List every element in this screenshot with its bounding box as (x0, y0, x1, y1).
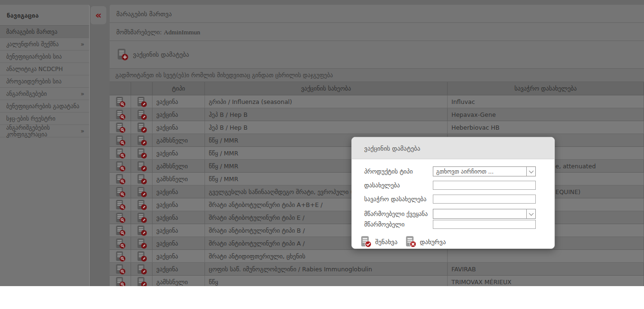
sidebar-item-7[interactable]: სჯც-ების რეესტრი (0, 113, 89, 125)
save-button[interactable]: შენახვა (359, 235, 398, 249)
view-cell (110, 198, 131, 211)
document-search-icon[interactable] (113, 122, 127, 133)
trade-cell (448, 250, 644, 262)
document-search-icon[interactable] (113, 134, 127, 146)
document-edit-icon[interactable] (135, 160, 148, 172)
user-value: AdminImmun (164, 29, 200, 36)
expand-chevrons-icon: » (81, 41, 84, 48)
modal-actions: შენახვა დახურვა (352, 235, 554, 249)
header-cell-type[interactable]: ტიპი (153, 82, 205, 95)
dropdown-button[interactable] (526, 209, 535, 218)
page-title: მარაგების მართვა (110, 5, 644, 23)
header-cell-trade[interactable]: სავაჭრო დასახელება (448, 82, 644, 95)
type-cell: ვაქცინა (153, 95, 205, 108)
sidebar-item-6[interactable]: ბენეფიციარების გადატანა (0, 100, 89, 113)
document-search-icon[interactable] (113, 212, 127, 223)
manufacturer-field[interactable] (433, 220, 536, 229)
add-vaccine-button[interactable]: ვაქცინის დამატება (116, 48, 189, 62)
sidebar: ნავიგაცია მარაგების მართვაკალენდრის შექმ… (0, 5, 90, 286)
type-cell: ვაქცინა (153, 250, 205, 262)
header-cell-edit (131, 82, 153, 95)
sidebar-item-0[interactable]: მარაგების მართვა (0, 26, 89, 38)
view-cell (110, 134, 131, 146)
edit-cell (131, 211, 153, 224)
field-row-trade-name: სავაჭრო დასახელება (364, 195, 554, 204)
sidebar-item-label: ანალიტიკა NCDCPH (6, 66, 63, 72)
document-search-icon[interactable] (113, 276, 127, 286)
document-edit-icon[interactable] (135, 199, 148, 210)
document-search-icon[interactable] (113, 96, 127, 107)
document-edit-icon[interactable] (135, 122, 148, 133)
document-search-icon[interactable] (113, 199, 127, 210)
document-edit-icon[interactable] (135, 147, 148, 159)
document-search-icon[interactable] (113, 160, 127, 172)
document-search-icon[interactable] (113, 147, 127, 159)
trade-name-field[interactable] (433, 195, 536, 204)
manufacturer-country-label: მწარმოებელი ქვეყანა (364, 210, 433, 217)
header-cell-species[interactable]: ვაქცინის სახეობა (205, 82, 448, 95)
view-cell (110, 211, 131, 224)
product-type-select[interactable]: გთხოვთ აირჩიოთ ... (433, 166, 536, 176)
document-edit-icon[interactable] (135, 109, 148, 120)
view-cell (110, 108, 131, 121)
document-search-icon[interactable] (113, 173, 127, 185)
name-label: დასახელება (364, 182, 433, 189)
document-edit-icon[interactable] (135, 186, 148, 197)
document-plus-icon (116, 48, 129, 62)
sidebar-item-5[interactable]: ანგარიშგებები» (0, 88, 89, 100)
table-row: გამხსნელი წწყ TRIMOVAX MÉRIEUX (110, 276, 644, 286)
type-cell: ვაქცინა (153, 198, 205, 211)
edit-cell (131, 185, 153, 198)
product-type-selected-value: გთხოვთ აირჩიოთ ... (433, 167, 526, 176)
user-info: მომხმარებელი:AdminImmun (110, 23, 644, 41)
document-search-icon[interactable] (113, 250, 127, 262)
document-search-icon[interactable] (113, 186, 127, 197)
toolbar: ვაქცინის დამატება (110, 41, 644, 69)
document-search-icon[interactable] (113, 237, 127, 249)
dropdown-button[interactable] (526, 167, 535, 176)
view-cell (110, 263, 131, 275)
document-x-icon (404, 235, 417, 249)
sidebar-item-1[interactable]: კალენდრის შექმნა» (0, 38, 89, 51)
sidebar-item-4[interactable]: პროვაიდერების სია (0, 75, 89, 88)
document-search-icon[interactable] (113, 225, 127, 236)
document-search-icon[interactable] (113, 263, 127, 275)
sidebar-item-label: ანგარიშგებები (6, 91, 47, 97)
sidebar-item-3[interactable]: ანალიტიკა NCDCPH (0, 63, 89, 75)
close-button-label: დახურვა (420, 238, 446, 246)
close-button[interactable]: დახურვა (404, 235, 446, 249)
view-cell (110, 224, 131, 237)
sidebar-collapse-button[interactable]: « (91, 6, 106, 24)
manufacturer-label: მწარმოებელი (364, 221, 433, 228)
type-cell: ვაქცინა (153, 263, 205, 275)
species-cell: ჰეპ B / Hep B (205, 121, 448, 134)
name-field[interactable] (433, 181, 536, 190)
species-cell: ჰეპ B / Hep B (205, 108, 448, 121)
document-edit-icon[interactable] (135, 250, 148, 262)
view-cell (110, 121, 131, 134)
document-edit-icon[interactable] (135, 263, 148, 275)
modal-form: პროდუქტის ტიპი გთხოვთ აირჩიოთ ... დასახე… (352, 159, 554, 229)
sidebar-item-8[interactable]: ანგარიშგებების კონფიგურაცია» (0, 125, 89, 137)
add-vaccine-modal: ვაქცინის დამატება პროდუქტის ტიპი გთხოვთ … (351, 137, 555, 249)
document-edit-icon[interactable] (135, 225, 148, 236)
trade-cell: Influvac (448, 95, 644, 108)
manufacturer-country-select[interactable] (433, 209, 536, 219)
edit-cell (131, 121, 153, 134)
type-cell: გამხსნელი (153, 173, 205, 185)
group-by-hint[interactable]: გადმოიტანეთ ის სვეტ(ებ)ი რომლის მიხედვით… (110, 69, 644, 82)
field-row-product-type: პროდუქტის ტიპი გთხოვთ აირჩიოთ ... (364, 166, 554, 176)
document-edit-icon[interactable] (135, 96, 148, 107)
type-cell: ვაქცინა (153, 185, 205, 198)
type-cell: ვაქცინა (153, 224, 205, 237)
header-cell-view (110, 82, 131, 95)
document-edit-icon[interactable] (135, 276, 148, 286)
trade-cell: TRIMOVAX MÉRIEUX (448, 276, 644, 286)
document-edit-icon[interactable] (135, 134, 148, 146)
chevron-down-icon (529, 168, 533, 173)
document-edit-icon[interactable] (135, 173, 148, 185)
document-edit-icon[interactable] (135, 212, 148, 223)
sidebar-item-2[interactable]: ბენეფიციარების სია (0, 51, 89, 63)
document-edit-icon[interactable] (135, 237, 148, 249)
document-search-icon[interactable] (113, 109, 127, 120)
